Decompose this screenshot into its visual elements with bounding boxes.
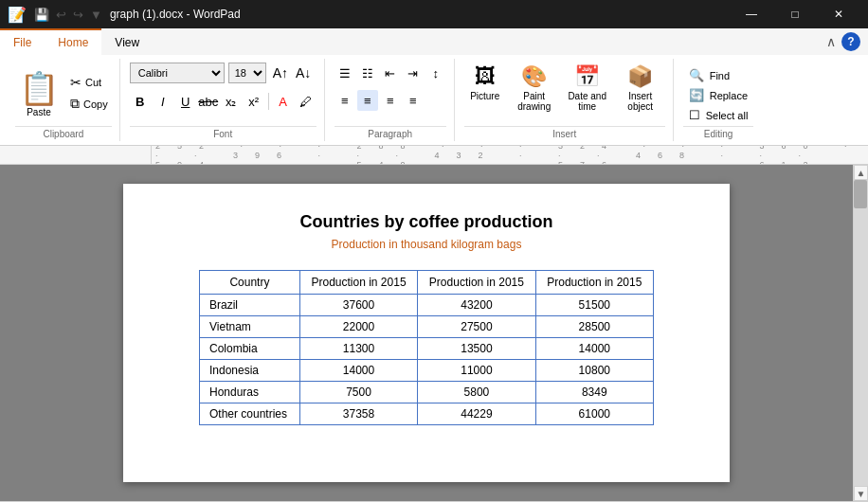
find-label: Find <box>710 70 730 81</box>
col-header-prod1: Production in 2015 <box>299 271 417 295</box>
cell-r0-c0: Brazil <box>200 295 300 316</box>
date-time-btn[interactable]: 📅 Date and time <box>563 63 612 114</box>
align-left-btn[interactable]: ≡ <box>335 90 355 111</box>
font-size-btns: A↑ A↓ <box>270 64 315 81</box>
italic-button[interactable]: I <box>153 91 173 112</box>
cell-r4-c2: 5800 <box>418 382 535 403</box>
document-scroll: Countries by coffee production Productio… <box>0 165 853 501</box>
font-size-increase-btn[interactable]: A↑ <box>270 64 291 81</box>
document-area: Countries by coffee production Productio… <box>0 165 868 501</box>
ribbon-content: 📋 Paste ✂ Cut ⧉ Copy Clipboard Calibri <box>0 55 868 146</box>
minimize-btn[interactable]: — <box>730 0 773 28</box>
replace-btn[interactable]: 🔄 Replace <box>683 86 753 104</box>
increase-indent-btn[interactable]: ⇥ <box>403 63 424 83</box>
font-controls-row2: B I U abc x₂ x² A 🖊 <box>130 91 316 112</box>
save-quick-btn[interactable]: 💾 <box>32 6 51 24</box>
insert-object-icon: 📦 <box>627 64 653 89</box>
cut-icon: ✂ <box>70 75 81 90</box>
subscript-button[interactable]: x₂ <box>221 91 242 112</box>
maximize-btn[interactable]: □ <box>773 0 817 28</box>
tab-file[interactable]: File <box>0 28 45 55</box>
font-group: Calibri 18 A↑ A↓ B I U abc x₂ x² A 🖊 <box>122 59 325 141</box>
vertical-scrollbar: ▲ ▼ <box>853 165 868 501</box>
tab-home[interactable]: Home <box>45 28 101 55</box>
table-row: Other countries373584422961000 <box>200 403 654 425</box>
align-center-btn[interactable]: ≡ <box>357 90 378 111</box>
cell-r0-c3: 51500 <box>535 295 653 316</box>
cell-r4-c3: 8349 <box>535 382 653 403</box>
redo-quick-btn[interactable]: ↪ <box>71 6 85 24</box>
undo-quick-btn[interactable]: ↩ <box>54 6 68 24</box>
cell-r1-c2: 27500 <box>418 316 535 338</box>
copy-button[interactable]: ⧉ Copy <box>66 94 112 114</box>
line-spacing-btn[interactable]: ↕ <box>425 63 446 83</box>
picture-icon: 🖼 <box>475 64 496 89</box>
highlight-color-button[interactable]: 🖊 <box>296 91 316 112</box>
table-header-row: Country Production in 2015 Production in… <box>200 271 654 295</box>
help-btn[interactable]: ? <box>841 32 860 51</box>
table-row: Colombia113001350014000 <box>200 338 654 360</box>
find-icon: 🔍 <box>689 68 704 82</box>
data-table: Country Production in 2015 Production in… <box>199 270 654 425</box>
tab-view[interactable]: View <box>101 28 153 55</box>
ribbon-tabs: File Home View ∧ ? <box>0 28 868 55</box>
fmt-separator <box>268 93 269 110</box>
select-all-icon: ☐ <box>689 108 700 122</box>
insert-group: 🖼 Picture 🎨 Paint drawing 📅 Date and tim… <box>457 59 674 141</box>
paste-button[interactable]: 📋 Paste <box>15 65 63 121</box>
picture-btn[interactable]: 🖼 Picture <box>464 63 506 103</box>
close-btn[interactable]: ✕ <box>817 0 860 28</box>
font-controls-row1: Calibri 18 A↑ A↓ <box>130 63 315 83</box>
paint-icon: 🎨 <box>521 64 547 89</box>
font-color-button[interactable]: A <box>273 91 294 112</box>
cell-r5-c1: 37358 <box>299 403 417 425</box>
para-row2: ≡ ≡ ≡ ≡ <box>335 90 424 111</box>
editing-label: Editing <box>683 126 754 141</box>
date-time-icon: 📅 <box>574 64 600 89</box>
select-all-label: Select all <box>706 110 749 121</box>
insert-object-btn[interactable]: 📦 Insert object <box>616 63 665 114</box>
cell-r1-c0: Vietnam <box>200 316 300 338</box>
scroll-thumb[interactable] <box>854 180 867 208</box>
col-header-country: Country <box>200 271 300 295</box>
window-title: graph (1).docx - WordPad <box>110 8 241 21</box>
cell-r5-c2: 44229 <box>418 403 535 425</box>
editing-group: 🔍 Find 🔄 Replace ☐ Select all Editing <box>676 59 762 141</box>
scroll-down-btn[interactable]: ▼ <box>854 486 868 501</box>
cut-button[interactable]: ✂ Cut <box>66 73 112 92</box>
table-row: Vietnam220002750028500 <box>200 316 654 338</box>
align-justify-btn[interactable]: ≡ <box>403 90 424 111</box>
table-row: Brazil376004320051500 <box>200 295 654 316</box>
font-size-decrease-btn[interactable]: A↓ <box>293 64 314 81</box>
decrease-indent-btn[interactable]: ⇤ <box>380 63 401 83</box>
dropdown-quick-btn[interactable]: ▼ <box>88 6 104 24</box>
cell-r2-c3: 14000 <box>535 338 653 360</box>
ruler: · · · 144 · · · 180 · · · 216 · · · 252 … <box>0 146 868 165</box>
help-chevron-up[interactable]: ∧ <box>826 34 836 49</box>
document-page: Countries by coffee production Productio… <box>123 184 730 482</box>
insert-content: 🖼 Picture 🎨 Paint drawing 📅 Date and tim… <box>464 59 665 124</box>
paint-drawing-btn[interactable]: 🎨 Paint drawing <box>510 63 559 114</box>
cell-r0-c1: 37600 <box>299 295 417 316</box>
bold-button[interactable]: B <box>130 91 151 112</box>
document-title: Countries by coffee production <box>199 212 654 232</box>
copy-label: Copy <box>83 99 108 110</box>
col-header-prod3: Production in 2015 <box>535 271 653 295</box>
paste-label: Paste <box>27 107 51 117</box>
numbering-btn[interactable]: ☷ <box>357 63 378 83</box>
paste-icon: 📋 <box>19 69 59 107</box>
superscript-button[interactable]: x² <box>244 91 264 112</box>
cell-r3-c1: 14000 <box>299 360 417 382</box>
scroll-track[interactable] <box>854 180 868 486</box>
underline-button[interactable]: U <box>175 91 196 112</box>
bullets-btn[interactable]: ☰ <box>335 63 355 83</box>
scroll-up-btn[interactable]: ▲ <box>854 165 868 180</box>
find-btn[interactable]: 🔍 Find <box>683 66 735 84</box>
font-family-select[interactable]: Calibri <box>130 63 225 83</box>
insert-label: Insert <box>464 126 665 141</box>
select-all-btn[interactable]: ☐ Select all <box>683 106 754 124</box>
font-size-select[interactable]: 18 <box>228 63 266 83</box>
strikethrough-button[interactable]: abc <box>198 91 219 112</box>
cell-r2-c0: Colombia <box>200 338 300 360</box>
align-right-btn[interactable]: ≡ <box>380 90 401 111</box>
